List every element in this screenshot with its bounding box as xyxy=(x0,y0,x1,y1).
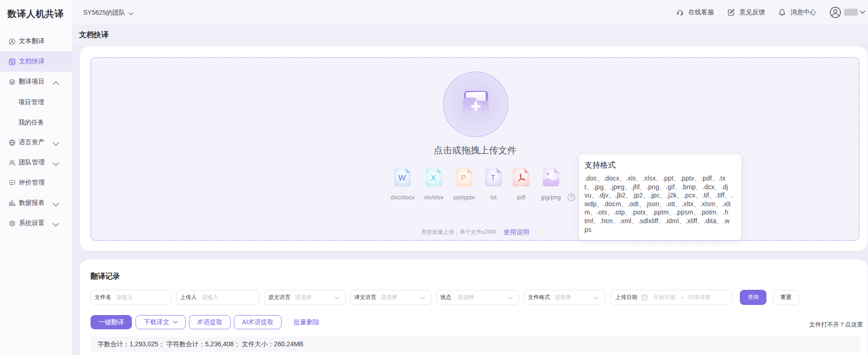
svg-text:X: X xyxy=(431,174,436,182)
svg-text:P: P xyxy=(461,174,466,182)
svg-text:T: T xyxy=(491,174,495,182)
svg-text:ridge: ridge xyxy=(817,341,843,352)
svg-text:W: W xyxy=(398,174,406,182)
